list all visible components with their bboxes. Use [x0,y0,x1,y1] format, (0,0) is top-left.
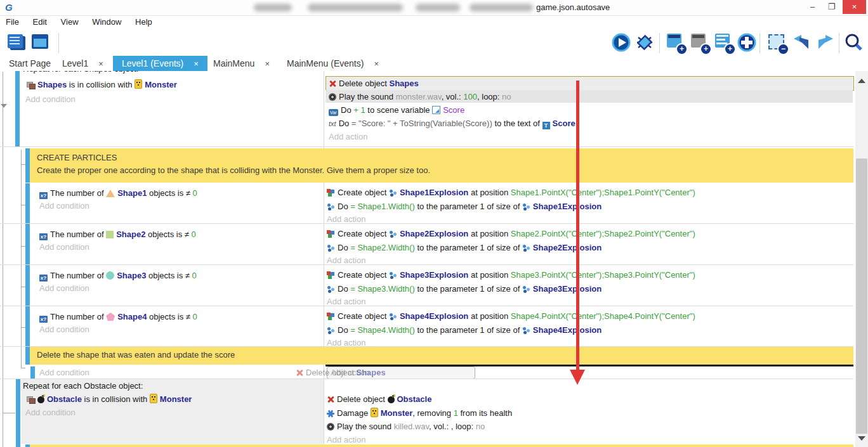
tab-mainmenu[interactable]: MainMenu× [204,56,279,71]
particle-icon [522,203,530,211]
tab-close-icon[interactable]: × [374,59,379,68]
add-comment-icon[interactable]: + [713,32,735,54]
text-object-icon: T [542,122,550,129]
collision-icon [27,82,35,89]
comment-partial-bottom[interactable] [30,444,853,447]
shape2-square-icon [106,231,114,238]
scroll-up-icon[interactable] [858,79,865,83]
tab-close-icon[interactable]: × [98,59,103,68]
project-manager-icon[interactable] [5,32,27,54]
tab-close-icon[interactable]: × [194,59,199,68]
action-create-shape4explosion[interactable]: Create object Shape4Explosion at positio… [327,311,695,321]
comment-delete-shape[interactable]: Delete the shape that was eaten and upda… [30,347,853,365]
event-bar[interactable] [25,224,30,264]
add-condition-link[interactable]: Add condition [25,408,76,417]
maximize-button[interactable]: ❐ [822,0,841,14]
minimize-button[interactable]: – [803,0,822,14]
condition-count-shape2[interactable]: x?The number of Shape2 objects is ≠ 0 [39,229,196,240]
menu-view[interactable]: View [55,16,84,28]
event-header-clipped: Repeat for each Shapes object: [23,71,277,75]
event-bar[interactable] [15,71,20,146]
action-scene-variable[interactable]: VarDo + 1 to scene variable Score [329,105,464,116]
action-set-text-score[interactable]: txtDo = "Score: " + ToString(Variable(Sc… [329,118,575,129]
events-sheet: Repeat for each Shapes object: Shapes is… [0,71,868,447]
comment-create-particles[interactable]: CREATE PARTICLES Create the proper one a… [30,148,853,183]
tab-start-page[interactable]: Start Page [0,56,60,71]
add-condition-link[interactable]: Add condition [39,283,89,293]
event-bar[interactable] [25,148,30,183]
repeat-header[interactable]: Repeat for each Obstacle object: [23,381,143,391]
particle-icon [389,271,397,279]
toolbar: + + + − [0,29,868,56]
event-bar[interactable] [25,347,30,365]
add-condition-link[interactable]: Add condition [39,325,89,334]
add-action-link[interactable]: Add action [327,297,365,306]
tab-level1-events[interactable]: Level1 (Events)× [113,56,207,71]
object-count-icon: x? [39,233,48,240]
add-condition-link[interactable]: Add condition [25,94,76,104]
add-condition-link[interactable]: Add condition [39,368,89,377]
add-sub-event-icon[interactable]: + [689,32,711,54]
action-play-sound-killed[interactable]: Play the sound killed.wav, vol.: , loop:… [327,421,485,432]
particle-icon [389,189,397,197]
undo-icon[interactable] [792,32,813,54]
delete-event-icon[interactable]: − [766,32,788,54]
action-damage-monster[interactable]: Damage Monster, removing 1 from its heal… [327,408,512,418]
event-bar[interactable] [25,444,30,447]
event-bar[interactable] [25,265,30,306]
menu-help[interactable]: Help [129,16,158,28]
event-bar[interactable] [25,306,30,346]
vertical-scrollbar[interactable] [855,71,868,447]
tab-level1[interactable]: Level1× [53,56,112,71]
tab-close-icon[interactable]: × [265,59,270,68]
condition-count-shape4[interactable]: x?The number of Shape4 objects is ≠ 0 [39,311,197,323]
scroll-down-icon[interactable] [858,436,865,441]
add-action-link[interactable]: Add action [327,214,365,224]
scene-window-icon[interactable] [30,32,52,54]
object-count-icon: x? [39,316,48,323]
action-create-shape2explosion[interactable]: Create object Shape2Explosion at positio… [327,228,695,239]
add-action-link[interactable]: Add action [329,132,367,141]
redo-icon[interactable] [815,32,836,54]
action-play-sound-monster[interactable]: Play the sound monster.wav, vol.: 100, l… [329,91,511,102]
action-delete-obstacle[interactable]: Delete object Obstacle [327,394,431,405]
action-size-shape4explosion[interactable]: Do = Shape4.Width() to the parameter 1 o… [327,325,602,335]
menu-file[interactable]: File [0,16,25,28]
delete-icon [327,396,334,403]
add-plus-icon[interactable] [737,32,758,54]
create-object-icon [327,189,335,197]
add-event-icon[interactable]: + [665,32,687,54]
condition-count-shape3[interactable]: x?The number of Shape3 objects is ≠ 0 [39,270,197,282]
condition-count-shape1[interactable]: x?The number of Shape1 objects is ≠ 0 [39,188,197,199]
shape3-circle-icon [106,271,114,280]
action-create-shape1explosion[interactable]: Create object Shape1Explosion at positio… [327,187,695,198]
monster-icon [150,394,157,403]
menu-edit[interactable]: Edit [27,16,53,28]
add-condition-link[interactable]: Add condition [39,201,89,211]
tab-mainmenu-events[interactable]: MainMenu (Events)× [278,56,388,71]
event-bar[interactable] [30,366,35,379]
particle-icon [522,327,530,334]
scrollbar-thumb[interactable] [856,159,867,434]
action-delete-shapes[interactable]: Delete object Shapes [329,78,419,89]
debug-icon[interactable] [635,32,656,54]
search-icon[interactable] [844,32,865,54]
particle-icon [327,203,335,211]
close-button[interactable]: × [843,0,866,14]
menu-window[interactable]: Window [86,16,127,28]
action-create-shape3explosion[interactable]: Create object Shape3Explosion at positio… [327,269,695,280]
play-icon[interactable] [611,32,633,54]
window-title: game.json.autosave [536,3,610,12]
action-size-shape1explosion[interactable]: Do = Shape1.Width() to the parameter 1 o… [327,201,602,212]
add-action-link[interactable]: Add action [327,435,365,444]
expander-icon[interactable] [1,104,7,108]
bomb-icon [388,395,395,403]
action-size-shape3explosion[interactable]: Do = Shape3.Width() to the parameter 1 o… [327,283,602,294]
add-action-link[interactable]: Add action [327,256,365,265]
condition-collision-shapes[interactable]: Shapes is in collision with Monster [27,79,177,90]
condition-collision-obstacle[interactable]: Obstacle is in collision with Monster [27,394,192,405]
add-condition-link[interactable]: Add condition [39,242,89,252]
event-bar[interactable] [16,379,20,447]
action-size-shape2explosion[interactable]: Do = Shape2.Width() to the parameter 1 o… [327,242,602,253]
event-bar[interactable] [25,183,30,223]
